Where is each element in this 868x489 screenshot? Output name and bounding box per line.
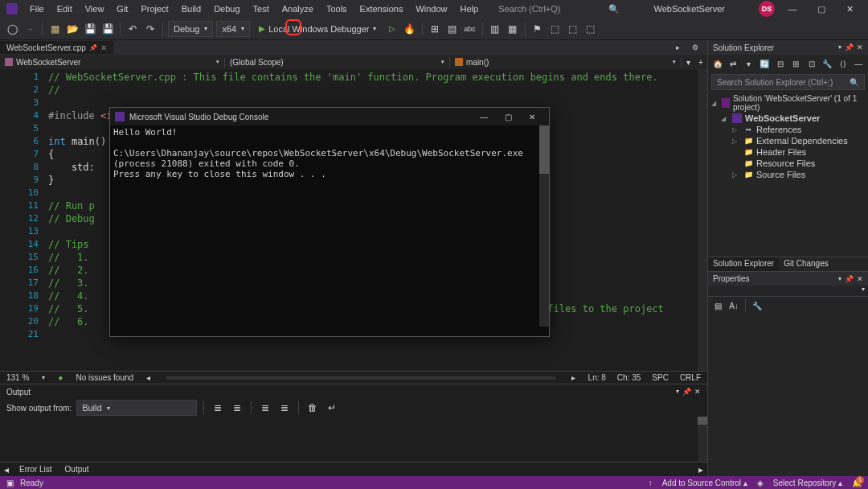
se-sync-icon[interactable]: 🔄 [759,57,772,70]
se-dropdown-icon[interactable]: ▾ [838,43,841,51]
redo-icon[interactable]: ↷ [143,22,158,36]
output-btn-1[interactable]: ≣ [211,401,225,415]
output-btn-2[interactable]: ≣ [230,401,244,415]
tb-btn-6[interactable]: ⚑ [530,22,545,36]
tab-error-list[interactable]: Error List [13,463,59,475]
pin-icon[interactable]: 📌 [89,44,97,51]
output-source-dropdown[interactable]: Build [76,400,197,416]
tree-header-files[interactable]: 📁 Header Files [710,146,866,158]
se-switch-icon[interactable]: ⇄ [727,57,740,70]
console-scrollbar[interactable] [539,125,549,327]
start-debug-button[interactable]: ▶ Local Windows Debugger ▾ [253,22,381,36]
document-tab[interactable]: WebSocketServer.cpp 📌 ✕ [0,41,113,54]
se-tab-git[interactable]: Git Changes [779,257,833,271]
output-wrap-icon[interactable]: ↵ [325,401,339,415]
tb-btn-3[interactable]: abc [463,22,477,36]
close-button[interactable]: ✕ [839,2,862,16]
props-cat-icon[interactable]: ▤ [711,299,724,312]
menu-git[interactable]: Git [111,2,133,15]
nav-project-dropdown[interactable]: WebSocketServer [0,57,225,68]
se-pin-icon[interactable]: 📌 [845,43,854,51]
zoom-level[interactable]: 131 % [6,373,29,382]
output-btn-3[interactable]: ≣ [258,401,272,415]
add-source-control[interactable]: Add to Source Control ▴ [662,479,747,487]
split-icon[interactable]: ▾ [682,58,694,67]
tb-btn-2[interactable]: ▤ [445,22,460,36]
tool-scroll-icon[interactable]: ▸ [694,464,707,475]
save-icon[interactable]: 💾 [83,22,97,36]
se-search-input[interactable]: Search Solution Explorer (Ctrl+;) 🔍 [711,74,865,90]
select-repository[interactable]: Select Repository ▴ [773,479,842,487]
nav-right-icon[interactable]: ▸ [571,373,575,382]
notifications-icon[interactable]: 🔔1 [852,479,862,487]
minimap-scroll[interactable] [166,376,555,380]
menu-edit[interactable]: Edit [51,2,78,15]
save-all-icon[interactable]: 💾 [100,22,115,36]
tb-btn-8[interactable]: ⬚ [566,22,580,36]
se-btn-7[interactable]: ⊡ [805,57,818,70]
undo-icon[interactable]: ↶ [125,22,140,36]
props-pages-icon[interactable]: 🔧 [751,299,764,312]
menu-view[interactable]: View [80,2,110,15]
config-dropdown[interactable]: Debug [168,21,213,37]
tree-solution[interactable]: ◢ Solution 'WebSocketServer' (1 of 1 pro… [710,93,866,113]
output-btn-4[interactable]: ≣ [277,401,292,415]
menu-debug[interactable]: Debug [208,2,245,15]
output-scrollbar[interactable] [698,417,707,462]
console-output[interactable]: Hello World! C:\Users\Dhananjay\source\r… [110,125,549,336]
props-pin-icon[interactable]: 📌 [845,275,854,283]
platform-dropdown[interactable]: x64 [216,21,250,37]
open-icon[interactable]: 📂 [65,22,80,36]
output-close-icon[interactable]: ✕ [694,388,701,396]
menu-window[interactable]: Window [410,2,452,15]
tree-references[interactable]: ▷ ▪▪ References [710,124,866,135]
tab-close-icon[interactable]: ✕ [100,43,107,52]
issues-label[interactable]: No issues found [76,373,133,382]
console-close-button[interactable]: ✕ [520,109,544,125]
se-home-icon[interactable]: 🏠 [711,57,724,70]
tb-btn-5[interactable]: ▦ [506,22,520,36]
menu-file[interactable]: File [24,2,50,15]
nav-back-icon[interactable]: ◯ [5,22,19,36]
nav-left-icon[interactable]: ◂ [146,373,150,382]
output-body[interactable] [0,417,707,462]
props-az-icon[interactable]: A↓ [727,299,740,312]
menu-test[interactable]: Test [248,2,275,15]
add-icon[interactable]: + [694,58,707,67]
tb-btn-7[interactable]: ⬚ [548,22,563,36]
hot-reload-icon[interactable]: 🔥 [403,22,417,36]
menu-tools[interactable]: Tools [321,2,353,15]
menu-help[interactable]: Help [455,2,485,15]
start-nodebug-button[interactable]: ▷ [385,22,399,36]
search-box[interactable]: Search (Ctrl+Q) 🔍 [498,4,620,14]
menu-analyze[interactable]: Analyze [276,2,319,15]
props-combo-icon[interactable]: ▾ [862,286,865,296]
output-pin-icon[interactable]: 📌 [682,388,691,396]
nav-scope-dropdown[interactable]: (Global Scope) [225,57,450,68]
line-ending[interactable]: CRLF [680,373,701,382]
col-number[interactable]: Ch: 35 [617,373,641,382]
console-minimize-button[interactable]: — [472,109,496,125]
tb-btn-1[interactable]: ⊞ [428,22,442,36]
editor-scrollbar[interactable] [698,69,707,371]
se-btn-6[interactable]: ⊞ [790,57,803,70]
se-btn-9[interactable]: ⟨⟩ [837,57,850,70]
doc-health-icon[interactable]: ⚙ [688,40,702,55]
tree-external-deps[interactable]: ▷ 📁 External Dependencies [710,135,866,146]
se-props-icon[interactable]: 🔧 [821,57,834,70]
line-number[interactable]: Ln: 8 [588,373,606,382]
tab-output[interactable]: Output [59,463,96,475]
menu-project[interactable]: Project [135,2,174,15]
tree-source-files[interactable]: ▷ 📁 Source Files [710,169,866,180]
se-close-icon[interactable]: ✕ [857,43,863,51]
tb-btn-9[interactable]: ⬚ [583,22,598,36]
user-avatar[interactable]: DS [759,1,775,17]
props-dropdown-icon[interactable]: ▾ [838,275,841,283]
se-btn-10[interactable]: — [853,57,866,70]
nav-fwd-icon[interactable]: → [23,22,37,36]
se-btn-3[interactable]: ▾ [743,57,755,70]
tree-resource-files[interactable]: 📁 Resource Files [710,158,866,169]
menu-build[interactable]: Build [176,2,207,15]
se-tab-explorer[interactable]: Solution Explorer [708,257,779,271]
tb-btn-4[interactable]: ▥ [488,22,502,36]
